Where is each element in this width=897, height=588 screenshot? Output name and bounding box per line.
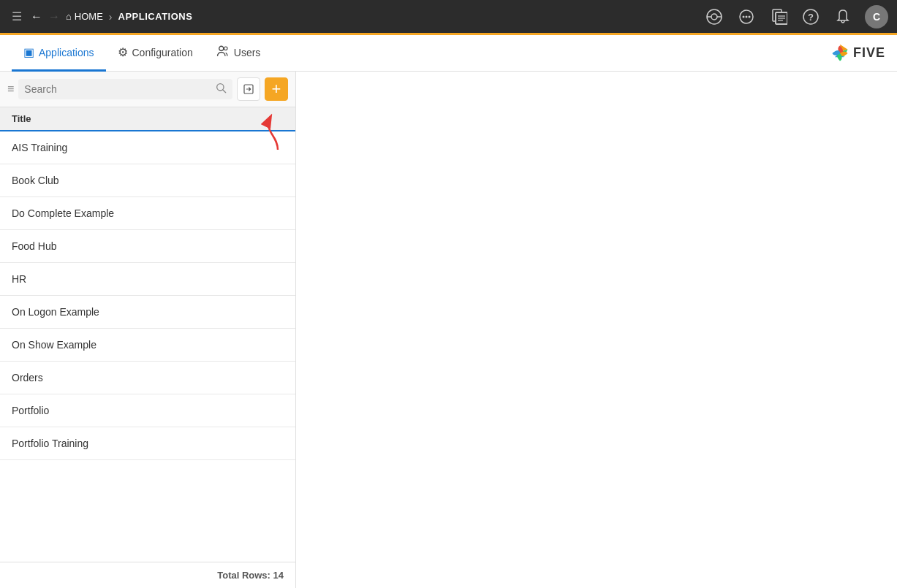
export-button[interactable] [237,77,260,101]
svg-point-7 [749,15,751,18]
top-navigation-bar: ☰ ← → ⌂ HOME › APPLICATIONS [0,0,897,35]
table-row[interactable]: Portfolio Training [0,427,295,460]
table-row[interactable]: Book Club [0,164,295,197]
row-title: Orders [12,372,43,383]
home-label: HOME [75,11,103,22]
tab-users[interactable]: Users [205,35,273,72]
svg-line-19 [223,90,226,93]
configuration-tab-label: Configuration [132,47,193,58]
svg-text:?: ? [808,12,814,23]
svg-point-16 [219,46,224,50]
hamburger-icon[interactable]: ☰ [9,7,25,26]
configuration-tab-icon: ⚙ [118,45,128,59]
forward-arrow-icon[interactable]: → [48,10,60,23]
table-row[interactable]: Portfolio [0,394,295,427]
tab-applications[interactable]: ▣ Applications [12,35,106,72]
notifications-icon[interactable] [833,7,853,27]
add-button[interactable]: + [265,77,288,101]
applications-tab-icon: ▣ [23,45,34,59]
breadcrumb-separator: › [109,11,113,23]
breadcrumb-current: APPLICATIONS [118,11,193,22]
help-icon[interactable]: ? [801,7,821,27]
row-title: AIS Training [12,142,67,153]
users-tab-icon [216,45,230,61]
back-arrow-icon[interactable]: ← [31,10,42,23]
left-panel: ≡ + [0,72,296,588]
table-header: Title [0,107,295,131]
breadcrumb: ⌂ HOME › APPLICATIONS [66,11,192,23]
avatar[interactable]: C [865,5,888,28]
row-title: Book Club [12,175,59,186]
docs-icon[interactable] [768,7,789,27]
table-row[interactable]: HR [0,263,295,296]
breadcrumb-home[interactable]: ⌂ HOME [66,11,103,22]
table-row[interactable]: Food Hub [0,230,295,263]
chat-icon[interactable] [736,7,757,27]
row-title: On Logon Example [12,306,99,318]
row-title: Food Hub [12,240,56,252]
row-title: HR [12,273,26,285]
svg-point-17 [224,47,227,50]
table-rows: AIS Training Book Club Do Complete Examp… [0,131,295,562]
table-row[interactable]: AIS Training [0,131,295,164]
table-row[interactable]: On Show Example [0,329,295,362]
search-input-wrap [18,79,232,99]
support-icon[interactable] [704,7,724,27]
add-icon: + [272,81,281,97]
search-input[interactable] [24,83,215,95]
table-row[interactable]: Do Complete Example [0,197,295,230]
table-row[interactable]: Orders [0,362,295,394]
secondary-navigation: ▣ Applications ⚙ Configuration Users [0,35,897,72]
filter-icon[interactable]: ≡ [7,83,14,96]
column-title-label: Title [12,113,31,124]
tab-configuration[interactable]: ⚙ Configuration [106,35,205,72]
home-icon: ⌂ [66,11,72,22]
row-title: On Show Example [12,339,96,351]
table-footer: Total Rows: 14 [0,562,295,588]
row-title: Portfolio [12,405,49,416]
svg-point-5 [743,15,745,18]
main-content: ≡ + [0,72,897,588]
svg-point-1 [711,14,717,20]
search-toolbar: ≡ + [0,72,295,107]
five-logo-text: FIVE [853,45,885,61]
total-rows-label: Total Rows: 14 [217,570,284,581]
table-row[interactable]: On Logon Example [0,296,295,329]
applications-tab-label: Applications [39,47,94,58]
users-tab-label: Users [234,47,261,58]
top-bar-right: ? C [704,5,888,28]
right-panel [296,72,897,588]
svg-point-6 [746,15,748,18]
top-bar-left: ☰ ← → ⌂ HOME › APPLICATIONS [9,7,704,26]
five-logo-icon [830,43,850,64]
row-title: Do Complete Example [12,207,114,219]
five-logo: FIVE [830,43,885,64]
search-icon [215,82,227,96]
row-title: Portfolio Training [12,438,88,449]
